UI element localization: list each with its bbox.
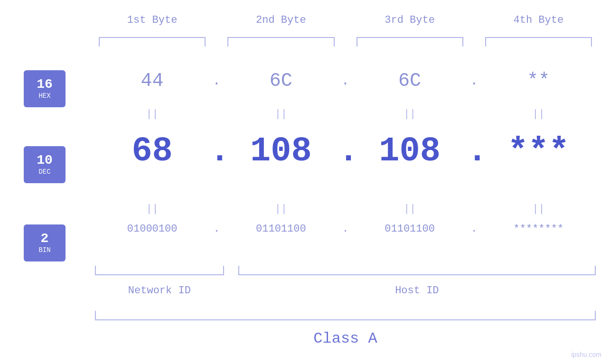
bin-val-1: 01000100 (95, 223, 209, 235)
bin-dot-3: . (467, 223, 481, 235)
bin-badge: 2 BIN (24, 224, 66, 261)
bin-badge-label: BIN (38, 246, 50, 254)
class-label: Class A (95, 330, 596, 347)
top-brackets (95, 37, 596, 47)
bin-val-3: 01101100 (353, 223, 467, 235)
col-header-2: 2nd Byte (224, 14, 338, 26)
host-bracket (238, 266, 596, 275)
hex-row: 44 . 6C . 6C . ** (95, 70, 596, 92)
eq-1-3: || (353, 108, 467, 120)
eq-2-1: || (95, 203, 209, 215)
dec-val-4: *** (481, 132, 596, 171)
top-bracket-2 (227, 37, 334, 47)
eq-1-2: || (224, 108, 338, 120)
host-id-label: Host ID (238, 285, 596, 297)
eq-2-3: || (353, 203, 467, 215)
dec-val-1: 68 (95, 132, 209, 171)
hex-badge: 16 HEX (24, 70, 66, 107)
hex-val-4: ** (481, 70, 596, 92)
dec-val-3: 108 (353, 132, 467, 171)
dec-badge: 10 DEC (24, 146, 66, 183)
bin-val-4: ******** (481, 223, 596, 235)
bin-dot-2: . (338, 223, 353, 235)
hex-dot-2: . (338, 74, 353, 88)
bin-row: 01000100 . 01101100 . 01101100 . *******… (95, 223, 596, 235)
top-bracket-3 (357, 37, 463, 47)
bin-badge-number: 2 (41, 232, 49, 245)
dec-dot-3: . (467, 132, 481, 171)
hex-dot-3: . (467, 74, 481, 88)
top-bracket-1 (99, 37, 206, 47)
hex-val-2: 6C (224, 70, 338, 92)
col-header-3: 3rd Byte (353, 14, 467, 26)
hex-badge-number: 16 (37, 78, 53, 91)
network-id-label: Network ID (95, 285, 224, 297)
column-headers: 1st Byte 2nd Byte 3rd Byte 4th Byte (95, 14, 596, 26)
dec-dot-1: . (209, 132, 224, 171)
bottom-brackets (95, 266, 596, 275)
bin-dot-1: . (209, 223, 224, 235)
eq-1-1: || (95, 108, 209, 120)
network-bracket (95, 266, 224, 275)
dec-row: 68 . 108 . 108 . *** (95, 132, 596, 171)
top-bracket-4 (485, 37, 592, 47)
col-header-1: 1st Byte (95, 14, 209, 26)
eq-1-4: || (481, 108, 596, 120)
dec-val-2: 108 (224, 132, 338, 171)
equals-row-1: || || || || (95, 108, 596, 120)
eq-2-4: || (481, 203, 596, 215)
col-header-4: 4th Byte (481, 14, 596, 26)
hex-val-1: 44 (95, 70, 209, 92)
hex-val-3: 6C (353, 70, 467, 92)
dec-dot-2: . (338, 132, 353, 171)
hex-badge-label: HEX (38, 92, 50, 100)
equals-row-2: || || || || (95, 203, 596, 215)
dec-badge-number: 10 (37, 154, 53, 167)
main-container: 16 HEX 10 DEC 2 BIN 1st Byte 2nd Byte 3r… (0, 0, 610, 364)
dec-badge-label: DEC (38, 168, 50, 176)
eq-2-2: || (224, 203, 338, 215)
class-bracket (95, 311, 596, 320)
bin-val-2: 01101100 (224, 223, 338, 235)
watermark: ipshu.com (571, 351, 601, 358)
id-labels: Network ID Host ID (95, 285, 596, 297)
hex-dot-1: . (209, 74, 224, 88)
